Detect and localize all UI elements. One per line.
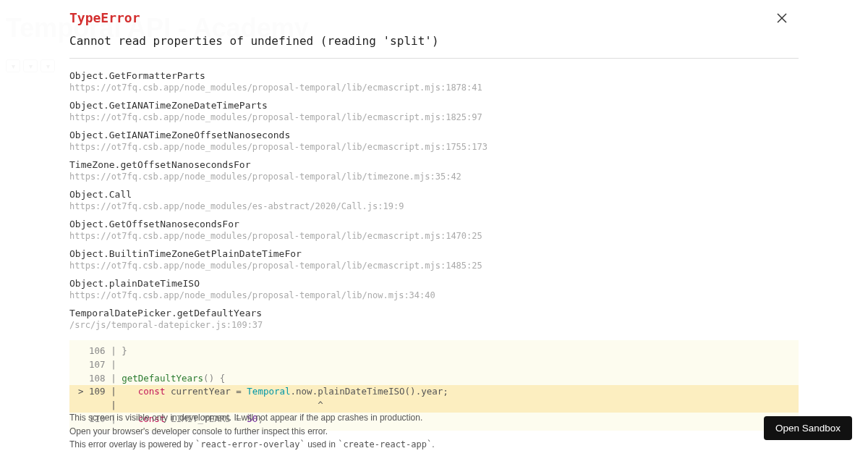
code-line: | ^ bbox=[69, 399, 799, 413]
error-panel: TypeError Cannot read properties of unde… bbox=[69, 10, 799, 456]
stack-frame[interactable]: Object.GetFormatterPartshttps://ot7fq.cs… bbox=[69, 70, 799, 93]
footer-line: Open your browser's developer console to… bbox=[69, 425, 435, 439]
stack-frame-location: /src/js/temporal-datepicker.js:109:37 bbox=[69, 320, 799, 330]
stack-frame-location: https://ot7fq.csb.app/node_modules/es-ab… bbox=[69, 201, 799, 211]
footer-line: This screen is visible only in developme… bbox=[69, 411, 435, 425]
stack-frame-function: Object.plainDateTimeISO bbox=[69, 278, 799, 289]
stack-frame[interactable]: Object.GetIANATimeZoneDateTimePartshttps… bbox=[69, 100, 799, 122]
stack-frame-function: Object.Call bbox=[69, 189, 799, 200]
stack-frame-function: Object.GetOffsetNanosecondsFor bbox=[69, 219, 799, 229]
open-sandbox-button[interactable]: Open Sandbox bbox=[764, 416, 852, 440]
stack-frame[interactable]: Object.GetOffsetNanosecondsForhttps://ot… bbox=[69, 219, 799, 241]
stack-frame[interactable]: TemporalDatePicker.getDefaultYears/src/j… bbox=[69, 308, 799, 330]
stack-frame-location: https://ot7fq.csb.app/node_modules/propo… bbox=[69, 172, 799, 182]
stack-frame-location: https://ot7fq.csb.app/node_modules/propo… bbox=[69, 261, 799, 271]
code-line: > 109 | const currentYear = Temporal.now… bbox=[69, 385, 799, 399]
stack-frame[interactable]: Object.plainDateTimeISOhttps://ot7fq.csb… bbox=[69, 278, 799, 300]
stack-frame-function: TemporalDatePicker.getDefaultYears bbox=[69, 308, 799, 318]
stack-frames: Object.GetFormatterPartshttps://ot7fq.cs… bbox=[69, 70, 799, 330]
stack-frame[interactable]: Object.BuiltinTimeZoneGetPlainDateTimeFo… bbox=[69, 248, 799, 271]
code-line: 108 | getDefaultYears() { bbox=[69, 372, 799, 386]
stack-frame-function: Object.GetIANATimeZoneDateTimeParts bbox=[69, 100, 799, 111]
overlay-footer: This screen is visible only in developme… bbox=[69, 411, 435, 452]
stack-frame[interactable]: Object.Callhttps://ot7fq.csb.app/node_mo… bbox=[69, 189, 799, 211]
stack-frame[interactable]: TimeZone.getOffsetNanosecondsForhttps://… bbox=[69, 159, 799, 182]
divider bbox=[69, 58, 799, 59]
stack-frame-function: Object.GetIANATimeZoneOffsetNanoseconds bbox=[69, 130, 799, 140]
stack-frame-location: https://ot7fq.csb.app/node_modules/propo… bbox=[69, 142, 799, 152]
stack-frame-location: https://ot7fq.csb.app/node_modules/propo… bbox=[69, 231, 799, 241]
error-type: TypeError bbox=[69, 10, 799, 25]
stack-frame-function: TimeZone.getOffsetNanosecondsFor bbox=[69, 159, 799, 170]
footer-line: This error overlay is powered by `react-… bbox=[69, 438, 435, 452]
code-line: 106 | } bbox=[69, 345, 799, 358]
error-message: Cannot read properties of undefined (rea… bbox=[69, 34, 799, 48]
stack-frame-location: https://ot7fq.csb.app/node_modules/propo… bbox=[69, 83, 799, 93]
stack-frame[interactable]: Object.GetIANATimeZoneOffsetNanosecondsh… bbox=[69, 130, 799, 152]
stack-frame-function: Object.BuiltinTimeZoneGetPlainDateTimeFo… bbox=[69, 248, 799, 259]
stack-frame-location: https://ot7fq.csb.app/node_modules/propo… bbox=[69, 290, 799, 300]
code-line: 107 | bbox=[69, 358, 799, 372]
error-overlay: TypeError Cannot read properties of unde… bbox=[0, 0, 868, 456]
stack-frame-function: Object.GetFormatterParts bbox=[69, 70, 799, 81]
stack-frame-location: https://ot7fq.csb.app/node_modules/propo… bbox=[69, 112, 799, 122]
